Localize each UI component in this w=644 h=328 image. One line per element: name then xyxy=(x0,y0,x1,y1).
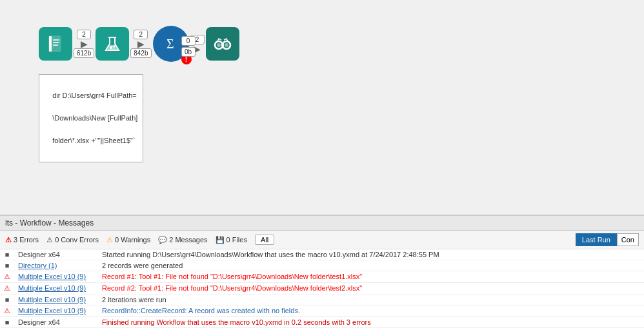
node-flask[interactable] xyxy=(96,27,129,61)
arrow-2: ▶ xyxy=(137,39,145,48)
panel-header: lts - Workflow - Messages xyxy=(0,216,644,231)
msg-text: 2 iterations were run xyxy=(98,294,644,305)
node-directory[interactable] xyxy=(39,27,72,61)
msg-icon-cell: ⚠ xyxy=(0,271,14,283)
connector-2-count: 2 xyxy=(134,30,148,39)
node-tooltip: dir D:\Users\grr4 FullPath= \Downloads\N… xyxy=(39,74,143,162)
msg-icon-cell: ⚠ xyxy=(0,283,14,294)
msg-text: Record #2: Tool #1: File not found "D:\U… xyxy=(98,283,644,294)
info-icon-sm: ■ xyxy=(5,262,10,269)
svg-rect-13 xyxy=(221,43,224,46)
messages-table: ■Designer x64Started running D:\Users\gr… xyxy=(0,249,644,328)
connector-1-size: 612b xyxy=(74,48,94,58)
msg-text: Finished running Workflow that uses the … xyxy=(98,317,644,328)
msg-text: Started running D:\Users\grr4\Downloads\… xyxy=(98,249,644,260)
conv-error-icon: ⚠ xyxy=(46,236,53,244)
svg-point-11 xyxy=(217,43,221,47)
msg-icon-cell: ■ xyxy=(0,294,14,305)
svg-point-6 xyxy=(110,46,112,49)
msg-text: 2 records were generated xyxy=(98,260,644,271)
info-icon-sm: ■ xyxy=(5,296,10,304)
connector-1: 2 ▶ 612b xyxy=(74,30,94,58)
msg-icon-cell: ■ xyxy=(0,260,14,271)
table-row: ■Multiple Excel v10 (9)2 iterations were… xyxy=(0,294,644,305)
warnings-count: ⚠ 0 Warnings xyxy=(106,236,150,244)
msg-icon-cell: ⚠ xyxy=(0,305,14,317)
last-run-button[interactable]: Last Run xyxy=(576,233,617,246)
errors-count: ⚠ 3 Errors xyxy=(5,236,39,244)
arrow-1: ▶ xyxy=(81,39,88,48)
message-icon: 💬 xyxy=(158,236,167,244)
info-icon-sm: ■ xyxy=(5,251,10,258)
msg-text: Record #1: Tool #1: File not found "D:\U… xyxy=(98,271,644,283)
msg-icon-cell: ■ xyxy=(0,249,14,260)
workflow-nodes: 2 ▶ 612b 2 ▶ xyxy=(39,26,239,62)
table-row: ⚠Multiple Excel v10 (9)Record #1: Tool #… xyxy=(0,271,644,283)
error-icon: ⚠ xyxy=(5,236,12,244)
msg-source[interactable]: Multiple Excel v10 (9) xyxy=(14,294,98,305)
panel-toolbar: ⚠ 3 Errors ⚠ 0 Conv Errors ⚠ 0 Warnings … xyxy=(0,231,644,249)
msg-icon-cell: ■ xyxy=(0,317,14,328)
node-icon-flask xyxy=(96,27,129,61)
conf-button[interactable]: Con xyxy=(617,233,639,246)
svg-text:Σ: Σ xyxy=(166,37,174,51)
messages-container: ■Designer x64Started running D:\Users\gr… xyxy=(0,249,644,328)
table-row: ■Directory (1)2 records were generated xyxy=(0,260,644,271)
connector-1-count: 2 xyxy=(77,30,91,39)
table-row: ■Designer x64Finished running Workflow t… xyxy=(0,317,644,328)
workflow-canvas: 2 ▶ 612b 2 ▶ xyxy=(0,0,644,193)
connector-4-count: 0 xyxy=(181,36,196,46)
svg-point-12 xyxy=(225,43,228,47)
node-icon-binoculars xyxy=(206,27,239,61)
connector-2-size: 842b xyxy=(130,48,151,58)
msg-source: Designer x64 xyxy=(14,249,98,260)
conv-errors-count: ⚠ 0 Conv Errors xyxy=(46,236,99,244)
svg-point-7 xyxy=(114,46,116,48)
messages-panel: lts - Workflow - Messages ⚠ 3 Errors ⚠ 0… xyxy=(0,215,644,328)
node-icon-directory xyxy=(39,27,72,61)
table-row: ■Designer x64Started running D:\Users\gr… xyxy=(0,249,644,260)
msg-source: Designer x64 xyxy=(14,317,98,328)
warning-icon: ⚠ xyxy=(106,236,113,244)
msg-source[interactable]: Multiple Excel v10 (9) xyxy=(14,271,98,283)
table-row: ⚠Multiple Excel v10 (9)RecordInfo::Creat… xyxy=(0,305,644,317)
msg-source[interactable]: Multiple Excel v10 (9) xyxy=(14,283,98,294)
connector-4-size: 0b xyxy=(181,47,196,57)
msg-source[interactable]: Multiple Excel v10 (9) xyxy=(14,305,98,317)
svg-rect-1 xyxy=(49,36,52,52)
table-row: ⚠Multiple Excel v10 (9)Record #2: Tool #… xyxy=(0,283,644,294)
files-count: 💾 0 Files xyxy=(216,236,247,244)
all-filter-button[interactable]: All xyxy=(255,235,274,245)
node-binoculars[interactable]: 0 0b xyxy=(206,27,239,61)
messages-count: 💬 2 Messages xyxy=(158,236,207,244)
connector-2: 2 ▶ 842b xyxy=(130,30,151,58)
files-icon: 💾 xyxy=(216,236,225,244)
info-icon-sm: ■ xyxy=(5,318,10,326)
msg-text: RecordInfo::CreateRecord: A record was c… xyxy=(98,305,644,317)
msg-source[interactable]: Directory (1) xyxy=(14,260,98,271)
